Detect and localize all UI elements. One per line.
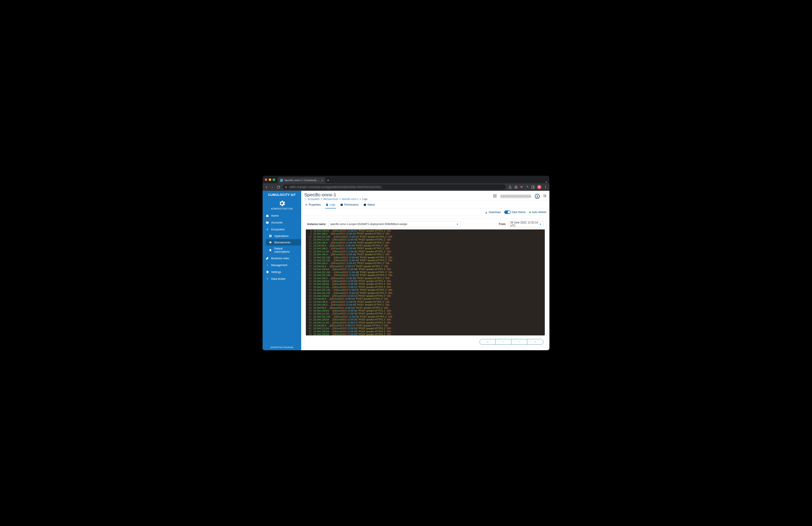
extensions-icon[interactable] [525,185,529,189]
svg-rect-16 [270,236,270,237]
sidebar-item-data-broker[interactable]: Data broker ˅ [263,275,301,282]
sidebar-item-label: Data broker [271,278,286,281]
svg-point-22 [305,199,306,199]
log-line: 2410.244.146.0 - - [28/Jun/2023 12:08:49… [306,277,545,280]
log-line: 3010.244.138.64 - - [28/Jun/2023 12:08:5… [306,295,545,297]
log-line: 1710.244.232.192 - - [28/Jun/2023 12:08:… [306,256,545,259]
tab-label: Properties [309,203,321,206]
tabs-overflow-button[interactable]: ▾ [543,181,549,183]
tab-permissions[interactable]: Permissions [340,202,359,209]
reload-icon[interactable] [277,185,280,189]
tab-label: Logs [330,203,335,206]
subs-icon [269,248,272,252]
browser-tab[interactable]: Specific-onnx-1 / Cumulocity … × [278,177,325,183]
chevron-down-icon: ▼ [539,223,541,226]
tab-logs[interactable]: Logs [325,202,336,209]
dark-theme-label: Dark theme [512,211,526,214]
log-line: 1210.244.146.0 - - [28/Jun/2023 12:08:43… [306,241,545,244]
right-drawer-toggle[interactable] [543,194,546,198]
from-value: 28 June 2023, 11:52:14 UTC [510,221,539,227]
log-line: 4010.244.99.0 - - [28/Jun/2023 12:08:57]… [306,324,545,327]
sidebar-item-ecosystem[interactable]: Ecosystem ˄ [263,226,301,233]
svg-point-11 [267,230,267,230]
svg-point-13 [268,229,269,230]
sidebar-item-label: Home [271,214,278,217]
log-line: 4210.244.138.64 - - [28/Jun/2023 12:08:5… [306,330,545,333]
extension-icon[interactable]: ❤ [520,185,523,189]
page-title: Specific-onnx-1 [304,192,493,197]
sidebar-item-default-subscriptions[interactable]: Default subscriptions [266,245,301,255]
user-avatar[interactable] [535,194,540,199]
breadcrumb-specific-onnx-1[interactable]: Specific-onnx-1 [342,198,359,200]
rules-icon [266,257,269,260]
close-tab-icon[interactable]: × [321,179,323,182]
svg-point-10 [267,228,267,229]
sidebar-item-applications[interactable]: Applications [266,233,301,239]
sidebar-item-label: Settings [271,270,281,274]
auto-refresh-toggle[interactable]: Auto refresh [529,211,546,214]
kebab-icon[interactable] [544,185,547,189]
tab-title: Specific-onnx-1 / Cumulocity … [285,179,320,182]
sidebar-item-settings[interactable]: Settings ˅ [263,269,301,275]
pager-last[interactable] [527,339,543,344]
star-icon[interactable] [514,185,518,189]
share-icon[interactable] [508,185,512,189]
breadcrumb-microservices[interactable]: Microservices [323,198,338,200]
tab-properties[interactable]: Properties [304,202,321,209]
pager-first[interactable] [480,339,496,344]
gear-icon [263,199,301,208]
log-line: 2510.244.138.64 - - [28/Jun/2023 12:08:5… [306,280,545,283]
sidebar-item-accounts[interactable]: Accounts ˅ [263,219,301,226]
svg-rect-25 [496,194,496,195]
log-line: 3510.244.138.64 - - [28/Jun/2023 12:08:5… [306,309,545,312]
log-line: 1310.244.99.0 - - [28/Jun/2023 12:08:44]… [306,244,545,247]
svg-rect-31 [496,197,496,197]
sidebar-item-management[interactable]: Management ˅ [263,262,301,269]
live-dot-icon [529,211,531,213]
tab-label: Status [367,203,375,206]
url-text: webfx.example-cumulocity.com/apps/admini… [289,185,384,188]
switch-icon [504,211,511,214]
panel-icon[interactable] [531,185,535,189]
back-icon[interactable] [265,185,268,189]
brand-logo: CUMULOCITY IoT [263,191,301,199]
dark-theme-toggle[interactable]: Dark theme [504,211,526,214]
sidebar-item-label: Business rules [271,257,289,260]
breadcrumb-ecosystem[interactable]: Ecosystem [308,198,320,200]
chevron-down-icon: ˅ [297,271,298,273]
svg-point-21 [267,279,267,279]
instance-select[interactable]: specific-onnx-1-scope-t15264971-deployme… [328,221,461,227]
from-label: From [499,223,506,226]
log-panel: Instance name specific-onnx-1-scope-t152… [304,218,547,347]
from-select[interactable]: 28 June 2023, 11:52:14 UTC ▼ [508,221,543,227]
apps-grid-icon[interactable] [493,194,497,199]
sidebar-item-business-rules[interactable]: Business rules ˅ [263,255,301,262]
window-max-dot[interactable] [273,179,275,181]
tab-status[interactable]: Status [363,202,375,209]
log-line: 3610.244.111.64 - - [28/Jun/2023 12:08:5… [306,312,545,315]
new-tab-button[interactable]: + [325,177,331,183]
url-field[interactable]: webfx.example-cumulocity.com/apps/admini… [282,184,506,190]
pager-next[interactable] [511,339,527,344]
instance-value: specific-onnx-1-scope-t15264971-deployme… [330,223,407,226]
svg-rect-23 [493,194,494,195]
pager-prev[interactable] [496,339,511,344]
svg-rect-26 [493,196,494,196]
log-line: 1410.244.146.0 - - [28/Jun/2023 12:08:44… [306,247,545,250]
settings-icon [266,270,269,274]
sidebar-item-home[interactable]: Home [263,212,301,219]
window-close-dot[interactable] [265,179,267,181]
download-button[interactable]: Download [485,211,501,214]
svg-rect-30 [495,197,495,197]
window-min-dot[interactable] [269,179,271,181]
eco-icon [266,228,269,231]
log-line: 2810.244.232.192 - - [28/Jun/2023 12:08:… [306,289,545,292]
forward-icon[interactable] [271,185,274,189]
instance-label: Instance name [307,223,325,226]
browser-tabstrip: Specific-onnx-1 / Cumulocity … × + ▾ [263,176,549,183]
sidebar-item-microservices[interactable]: Microservices [266,239,301,245]
sidebar-item-label: Applications [274,234,289,238]
log-viewer[interactable]: 810.244.138.64 - - [28/Jun/2023 12:08:41… [306,229,545,336]
profile-avatar[interactable]: C [537,185,541,189]
breadcrumb: Ecosystem>Microservices>Specific-onnx-1>… [304,198,493,200]
